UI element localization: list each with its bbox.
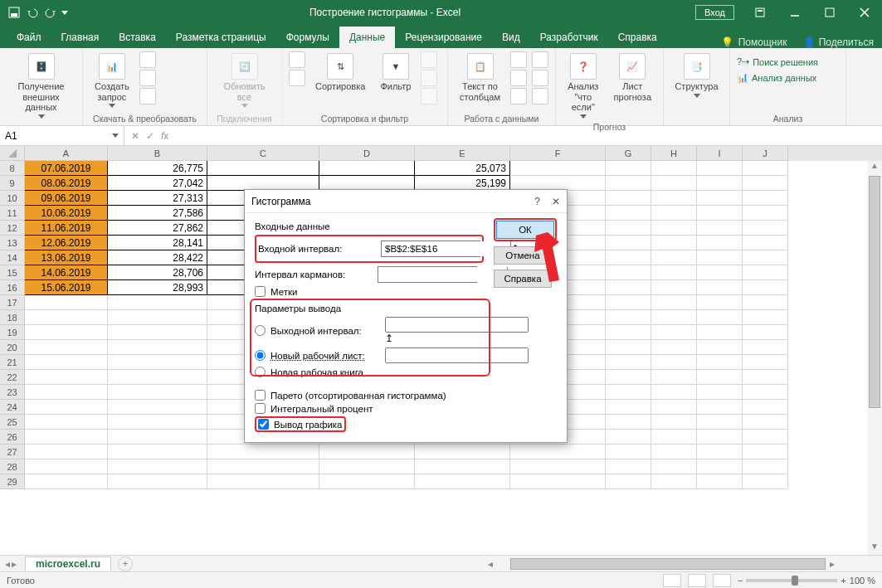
cell[interactable] <box>743 415 788 430</box>
cell[interactable] <box>25 430 108 445</box>
advanced-icon[interactable] <box>421 88 437 104</box>
cell[interactable]: 11.06.2019 <box>25 221 108 236</box>
cell[interactable] <box>108 474 207 489</box>
cell[interactable] <box>606 474 651 489</box>
col-header[interactable]: A <box>25 146 108 161</box>
cancel-formula-icon[interactable]: ✕ <box>131 130 139 142</box>
cell[interactable]: 27,313 <box>108 191 207 206</box>
cell[interactable] <box>108 415 207 430</box>
cell[interactable] <box>510 459 606 474</box>
fx-icon[interactable]: fx <box>161 130 168 142</box>
cell[interactable] <box>108 340 207 355</box>
cell[interactable] <box>606 310 651 325</box>
relationships-icon[interactable] <box>532 70 548 86</box>
row-header[interactable]: 9 <box>0 176 25 191</box>
undo-icon[interactable] <box>25 5 40 20</box>
row-header[interactable]: 15 <box>0 265 25 280</box>
col-header[interactable]: F <box>510 146 606 161</box>
cell[interactable] <box>510 445 606 459</box>
cell[interactable]: 07.06.2019 <box>25 161 108 176</box>
tab-home[interactable]: Главная <box>51 27 110 48</box>
cell[interactable] <box>25 370 108 385</box>
cell[interactable] <box>606 236 651 250</box>
add-sheet-button[interactable]: + <box>118 556 133 571</box>
row-header[interactable]: 17 <box>0 295 25 310</box>
cell[interactable]: 10.06.2019 <box>25 206 108 221</box>
cell[interactable] <box>606 176 651 191</box>
col-header[interactable]: H <box>651 146 697 161</box>
cell[interactable]: 28,993 <box>108 280 207 295</box>
cell[interactable]: 25,073 <box>415 161 510 176</box>
row-header[interactable]: 20 <box>0 340 25 355</box>
whatif-button[interactable]: ❓Анализ "что если" <box>563 51 604 120</box>
cell[interactable] <box>697 415 743 430</box>
cell[interactable] <box>743 430 788 445</box>
cell[interactable] <box>697 295 743 310</box>
cell[interactable] <box>207 459 319 474</box>
cell[interactable] <box>319 474 415 489</box>
row-header[interactable]: 27 <box>0 445 25 459</box>
tab-layout[interactable]: Разметка страницы <box>166 27 276 48</box>
cell[interactable] <box>697 325 743 340</box>
tab-developer[interactable]: Разработчик <box>530 27 608 48</box>
cell[interactable] <box>25 385 108 400</box>
col-header[interactable]: D <box>319 146 415 161</box>
row-header[interactable]: 8 <box>0 161 25 176</box>
solver-button[interactable]: ?⇢Поиск решения <box>737 55 839 69</box>
cell[interactable] <box>743 206 788 221</box>
select-all-corner[interactable] <box>0 146 25 161</box>
cell[interactable] <box>207 161 319 176</box>
cell[interactable] <box>510 161 606 176</box>
cell[interactable] <box>606 161 651 176</box>
cell[interactable] <box>743 236 788 250</box>
row-header[interactable]: 11 <box>0 206 25 221</box>
cell[interactable] <box>25 400 108 415</box>
row-header[interactable]: 29 <box>0 474 25 489</box>
cell[interactable] <box>415 459 510 474</box>
row-header[interactable]: 21 <box>0 355 25 370</box>
cell[interactable] <box>743 400 788 415</box>
cell[interactable] <box>651 415 697 430</box>
cell[interactable] <box>651 474 697 489</box>
cell[interactable] <box>606 280 651 295</box>
cell[interactable] <box>743 370 788 385</box>
cell[interactable] <box>697 176 743 191</box>
row-header[interactable]: 26 <box>0 430 25 445</box>
cell[interactable] <box>743 161 788 176</box>
cell[interactable] <box>319 445 415 459</box>
cumulative-checkbox[interactable] <box>255 403 266 414</box>
tab-data[interactable]: Данные <box>339 27 395 48</box>
cell[interactable] <box>743 191 788 206</box>
cell[interactable] <box>108 385 207 400</box>
cell[interactable] <box>415 474 510 489</box>
cell[interactable] <box>697 340 743 355</box>
cell[interactable] <box>651 385 697 400</box>
cell[interactable] <box>606 265 651 280</box>
sort-za-icon[interactable] <box>289 70 305 86</box>
zoom-slider[interactable] <box>746 579 837 582</box>
cell[interactable] <box>606 415 651 430</box>
remove-dup-icon[interactable] <box>510 70 527 86</box>
sheet-nav-first-icon[interactable]: ◂ <box>5 558 10 570</box>
flash-fill-icon[interactable] <box>510 51 527 68</box>
cell[interactable] <box>108 310 207 325</box>
forecast-button[interactable]: 📈Лист прогноза <box>609 51 656 104</box>
cell[interactable] <box>651 176 697 191</box>
cancel-button[interactable]: Отмена <box>494 246 552 265</box>
cell[interactable]: 28,141 <box>108 236 207 250</box>
cell[interactable] <box>651 250 697 265</box>
ok-button[interactable]: ОК <box>496 221 554 239</box>
cell[interactable] <box>651 161 697 176</box>
cell[interactable] <box>697 280 743 295</box>
cell[interactable] <box>108 295 207 310</box>
cell[interactable] <box>108 459 207 474</box>
cell[interactable]: 28,706 <box>108 265 207 280</box>
scroll-up-icon[interactable]: ▲ <box>867 161 882 174</box>
cell[interactable] <box>743 221 788 236</box>
cell[interactable] <box>606 221 651 236</box>
clear-filter-icon[interactable] <box>421 51 437 68</box>
cell[interactable] <box>651 445 697 459</box>
row-header[interactable]: 10 <box>0 191 25 206</box>
cell[interactable]: 27,586 <box>108 206 207 221</box>
cell[interactable] <box>108 325 207 340</box>
